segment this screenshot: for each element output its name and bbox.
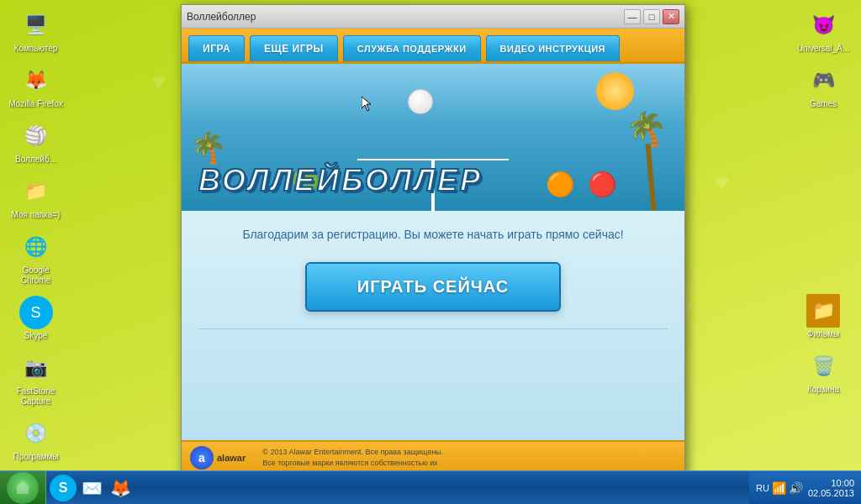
sun-decoration (596, 72, 634, 110)
system-tray-icons: RU 📶 🔊 (756, 481, 803, 495)
faststone-label: FastStone Capture (7, 386, 66, 407)
net-line (357, 159, 508, 160)
skype-label: Skype (24, 331, 48, 341)
volleyballer-icon: 🏐 (19, 119, 53, 153)
window-nav: ИГРА ЕЩЕ ИГРЫ СЛУЖБА ПОДДЕРЖКИ ВИДЕО ИНС… (182, 29, 684, 64)
taskbar-quick-launch: S ✉️ 🦊 (46, 475, 137, 501)
window-controls: — □ ✕ (624, 9, 679, 24)
volume-icon: 🔊 (789, 481, 803, 495)
app-window: Воллейболлер — □ ✕ ИГРА ЕЩЕ ИГРЫ СЛУЖБА … (181, 4, 685, 475)
nav-more-games-button[interactable]: ЕЩЕ ИГРЫ (250, 35, 338, 61)
desktop-icon-volleyballer[interactable]: 🏐 Воллейб... (3, 118, 68, 166)
language-indicator: RU (756, 483, 769, 493)
desktop-icon-my-folder[interactable]: 📁 Моя папка=) (3, 173, 68, 222)
footer-logo-text: alawar (217, 453, 246, 463)
chrome-icon: 🌐 (19, 230, 53, 264)
universal-icon: 😈 (806, 8, 840, 42)
programs-label: Программы (13, 452, 58, 462)
programs-icon: 💿 (19, 417, 53, 450)
mozilla-label: Mozilla Firefox (8, 99, 62, 109)
play-now-button[interactable]: ИГРАТЬ СЕЙЧАС (305, 262, 562, 312)
desktop-icon-universal[interactable]: 😈 Universal_A... (795, 7, 851, 55)
alawar-logo: a alawar (190, 446, 246, 470)
taskbar-email-icon[interactable]: ✉️ (78, 475, 105, 501)
desktop-icon-google-chrome[interactable]: 🌐 Google Chrome (3, 228, 68, 287)
desktop-icon-programs[interactable]: 💿 Программы (3, 415, 68, 464)
char-red: 🔴 (588, 171, 617, 198)
thank-you-message: Благодарим за регистрацию. Вы можете нач… (242, 228, 623, 241)
recycle-icon: 🗑️ (806, 349, 840, 383)
window-titlebar: Воллейболлер — □ ✕ (182, 5, 684, 29)
chrome-label: Google Chrome (7, 265, 66, 286)
desktop: ♥ ♥ ♥ 🖥️ Компьютер 🦊 Mozilla Firefox 🏐 В… (0, 0, 861, 504)
taskbar-system-tray: RU 📶 🔊 10:00 02.05.2013 (749, 471, 861, 505)
game-banner-title: ВОЛЛЕЙБОЛЛЕР (198, 163, 483, 198)
desktop-icon-recycle[interactable]: 🗑️ Корзина (805, 348, 842, 396)
minimize-button[interactable]: — (624, 9, 641, 24)
faststone-icon: 📷 (19, 351, 53, 385)
taskbar-firefox-icon[interactable]: 🦊 (107, 475, 134, 501)
desktop-icons-left: 🖥️ Компьютер 🦊 Mozilla Firefox 🏐 Воллейб… (0, 0, 71, 470)
ball-decoration (408, 89, 433, 114)
nav-support-button[interactable]: СЛУЖБА ПОДДЕРЖКИ (343, 35, 481, 61)
nav-video-button[interactable]: ВИДЕО ИНСТРУКЦИЯ (486, 35, 620, 61)
desktop-icon-films[interactable]: 📁 Фильмы (805, 292, 842, 341)
desktop-icon-skype[interactable]: S Skype (3, 294, 68, 343)
desktop-icon-computer[interactable]: 🖥️ Компьютер (3, 7, 68, 55)
char-orange: 🟠 (546, 171, 575, 198)
maximize-button[interactable]: □ (643, 9, 660, 24)
alawar-icon: a (190, 446, 214, 470)
palm-decoration: 🌴 (626, 110, 676, 211)
my-folder-label: Моя папка=) (12, 210, 61, 220)
skype-icon: S (19, 296, 53, 329)
recycle-label: Корзина (807, 385, 839, 395)
games-icon: 🎮 (806, 64, 840, 97)
nav-play-button[interactable]: ИГРА (188, 35, 245, 61)
computer-label: Компьютер (14, 44, 58, 54)
desktop-icons-right: 😈 Universal_A... 🎮 Games 📁 Фильмы 🗑️ Кор… (785, 0, 861, 470)
content-separator (198, 328, 668, 329)
mozilla-icon: 🦊 (19, 64, 53, 97)
games-label: Games (810, 99, 837, 109)
footer-copyright: © 2013 Alawar Entertainment. Все права з… (262, 447, 443, 468)
empty-content-area (198, 346, 668, 423)
taskbar-skype-icon[interactable]: S (50, 475, 77, 501)
heart-deco: ♥ (715, 168, 730, 197)
window-title: Воллейболлер (187, 11, 256, 23)
desktop-icon-faststone[interactable]: 📷 FastStone Capture (3, 349, 68, 408)
window-content: Благодарим за регистрацию. Вы можете нач… (182, 211, 684, 440)
start-orb-icon (7, 472, 39, 504)
start-button[interactable] (0, 471, 46, 505)
folder-icon: 📁 (19, 175, 53, 208)
universal-label: Universal_A... (797, 44, 849, 54)
close-button[interactable]: ✕ (663, 9, 679, 24)
taskbar-clock: 10:00 02.05.2013 (808, 478, 854, 498)
computer-icon: 🖥️ (19, 8, 53, 42)
window-footer: a alawar © 2013 Alawar Entertainment. Вс… (182, 440, 684, 474)
films-icon: 📁 (806, 294, 840, 328)
heart-deco: ♥ (151, 67, 166, 96)
desktop-icon-mozilla[interactable]: 🦊 Mozilla Firefox (3, 62, 68, 111)
films-label: Фильмы (807, 329, 839, 339)
taskbar: S ✉️ 🦊 RU 📶 🔊 10:00 02.05.2013 (0, 470, 861, 504)
network-icon: 📶 (772, 481, 786, 495)
desktop-icon-games[interactable]: 🎮 Games (805, 62, 842, 111)
volleyballer-label: Воллейб... (15, 155, 56, 165)
game-banner: 🌴 🌴 🔴 🟠 🟢 ВОЛЛЕЙБОЛЛЕР (182, 64, 684, 211)
